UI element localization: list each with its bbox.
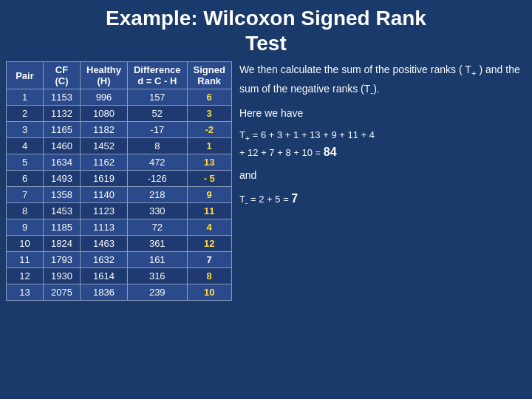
cell-rank: 9 <box>187 187 231 203</box>
col-diff: Differenced = C - H <box>127 62 187 89</box>
cell-pair: 5 <box>7 154 44 171</box>
cell-diff: 239 <box>127 284 187 301</box>
cell-healthy: 1140 <box>81 187 128 203</box>
cell-diff: 218 <box>127 187 187 203</box>
col-pair: Pair <box>7 62 44 89</box>
cell-rank: 7 <box>187 252 231 268</box>
cell-pair: 6 <box>7 171 44 187</box>
cell-diff: 72 <box>127 219 187 236</box>
col-cf: CF(C) <box>44 62 81 89</box>
cell-pair: 3 <box>7 122 44 138</box>
table-row: 3 1165 1182 -17 -2 <box>7 122 232 138</box>
cell-cf: 1165 <box>44 122 81 138</box>
cell-cf: 1460 <box>44 138 81 154</box>
cell-healthy: 1614 <box>81 268 128 284</box>
cell-healthy: 1836 <box>81 284 128 301</box>
description-text: We then calculate the sum of the positiv… <box>239 61 526 99</box>
table-row: 1 1153 996 157 6 <box>7 89 232 106</box>
cell-rank: 12 <box>187 236 231 252</box>
cell-healthy: 1080 <box>81 106 128 122</box>
table-row: 4 1460 1452 8 1 <box>7 138 232 154</box>
table-row: 2 1132 1080 52 3 <box>7 106 232 122</box>
col-rank: SignedRank <box>187 62 231 89</box>
cell-healthy: 1182 <box>81 122 128 138</box>
table-row: 11 1793 1632 161 7 <box>7 252 232 268</box>
and-label: and <box>239 167 526 183</box>
cell-pair: 7 <box>7 187 44 203</box>
cell-pair: 13 <box>7 284 44 301</box>
cell-diff: 161 <box>127 252 187 268</box>
cell-pair: 8 <box>7 203 44 219</box>
table-row: 13 2075 1836 239 10 <box>7 284 232 301</box>
cell-pair: 1 <box>7 89 44 106</box>
cell-cf: 1132 <box>44 106 81 122</box>
table-row: 12 1930 1614 316 8 <box>7 268 232 284</box>
right-panel: We then calculate the sum of the positiv… <box>239 61 526 301</box>
cell-healthy: 1452 <box>81 138 128 154</box>
cell-cf: 1930 <box>44 268 81 284</box>
cell-diff: -17 <box>127 122 187 138</box>
cell-rank: 8 <box>187 268 231 284</box>
cell-cf: 1493 <box>44 171 81 187</box>
cell-rank: -2 <box>187 122 231 138</box>
cell-healthy: 1463 <box>81 236 128 252</box>
cell-cf: 1793 <box>44 252 81 268</box>
cell-diff: 330 <box>127 203 187 219</box>
cell-cf: 1153 <box>44 89 81 106</box>
cell-healthy: 1123 <box>81 203 128 219</box>
cell-pair: 4 <box>7 138 44 154</box>
cell-pair: 9 <box>7 219 44 236</box>
t-plus-formula: T+ = 6 + 3 + 1 + 13 + 9 + 11 + 4 + 12 + … <box>239 128 526 162</box>
cell-cf: 1358 <box>44 187 81 203</box>
table-row: 7 1358 1140 218 9 <box>7 187 232 203</box>
cell-healthy: 1113 <box>81 219 128 236</box>
cell-pair: 10 <box>7 236 44 252</box>
cell-healthy: 996 <box>81 89 128 106</box>
col-healthy: Healthy(H) <box>81 62 128 89</box>
cell-rank: 13 <box>187 154 231 171</box>
cell-diff: 361 <box>127 236 187 252</box>
cell-rank: 1 <box>187 138 231 154</box>
t-minus-formula: T- = 2 + 5 = 7 <box>239 190 526 208</box>
data-table: Pair CF(C) Healthy(H) Differenced = C - … <box>6 61 232 301</box>
cell-pair: 11 <box>7 252 44 268</box>
cell-rank: 3 <box>187 106 231 122</box>
cell-diff: 8 <box>127 138 187 154</box>
cell-pair: 2 <box>7 106 44 122</box>
cell-cf: 1185 <box>44 219 81 236</box>
cell-rank: 4 <box>187 219 231 236</box>
cell-healthy: 1632 <box>81 252 128 268</box>
table-row: 6 1493 1619 -126 - 5 <box>7 171 232 187</box>
cell-pair: 12 <box>7 268 44 284</box>
cell-cf: 1634 <box>44 154 81 171</box>
cell-healthy: 1162 <box>81 154 128 171</box>
page-title: Example: Wilcoxon Signed Rank Test <box>0 0 532 58</box>
cell-cf: 1824 <box>44 236 81 252</box>
table-row: 10 1824 1463 361 12 <box>7 236 232 252</box>
table-row: 5 1634 1162 472 13 <box>7 154 232 171</box>
cell-diff: 157 <box>127 89 187 106</box>
cell-rank: 10 <box>187 284 231 301</box>
cell-rank: 6 <box>187 89 231 106</box>
cell-cf: 2075 <box>44 284 81 301</box>
here-we-have: Here we have <box>239 105 526 121</box>
cell-healthy: 1619 <box>81 171 128 187</box>
table-row: 9 1185 1113 72 4 <box>7 219 232 236</box>
cell-rank: - 5 <box>187 171 231 187</box>
table-row: 8 1453 1123 330 11 <box>7 203 232 219</box>
cell-diff: 52 <box>127 106 187 122</box>
cell-diff: 316 <box>127 268 187 284</box>
cell-cf: 1453 <box>44 203 81 219</box>
cell-diff: -126 <box>127 171 187 187</box>
cell-diff: 472 <box>127 154 187 171</box>
cell-rank: 11 <box>187 203 231 219</box>
